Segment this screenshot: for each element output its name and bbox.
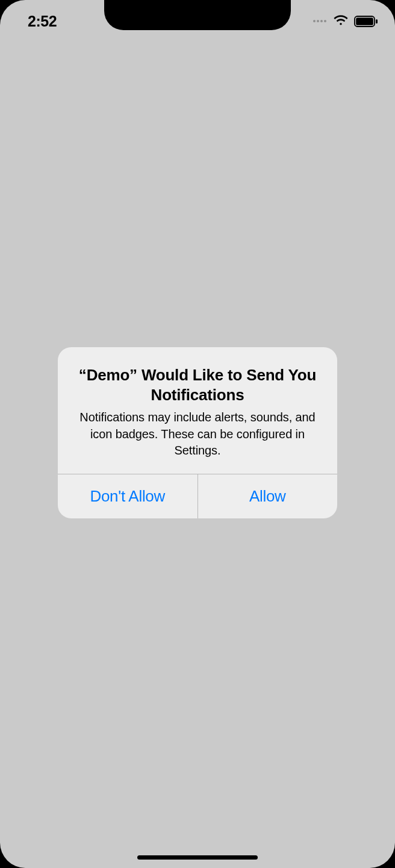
battery-icon xyxy=(354,16,378,27)
alert-button-row: Don't Allow Allow xyxy=(58,474,337,518)
dont-allow-button[interactable]: Don't Allow xyxy=(58,474,198,518)
breadcrumb-dots-icon xyxy=(313,20,326,22)
alert-title: “Demo” Would Like to Send You Notificati… xyxy=(73,365,322,404)
svg-rect-2 xyxy=(376,19,378,24)
notification-permission-alert: “Demo” Would Like to Send You Notificati… xyxy=(58,347,337,518)
status-indicators xyxy=(313,15,378,27)
status-time: 2:52 xyxy=(17,13,57,30)
alert-content: “Demo” Would Like to Send You Notificati… xyxy=(58,347,337,474)
device-screen: 2:52 “Demo” Would Like to Send You Notif… xyxy=(0,0,395,868)
svg-rect-1 xyxy=(356,17,373,25)
alert-message: Notifications may include alerts, sounds… xyxy=(73,409,322,459)
home-indicator[interactable] xyxy=(137,855,258,860)
device-notch xyxy=(104,0,291,30)
allow-button[interactable]: Allow xyxy=(198,474,338,518)
wifi-icon xyxy=(333,15,349,27)
